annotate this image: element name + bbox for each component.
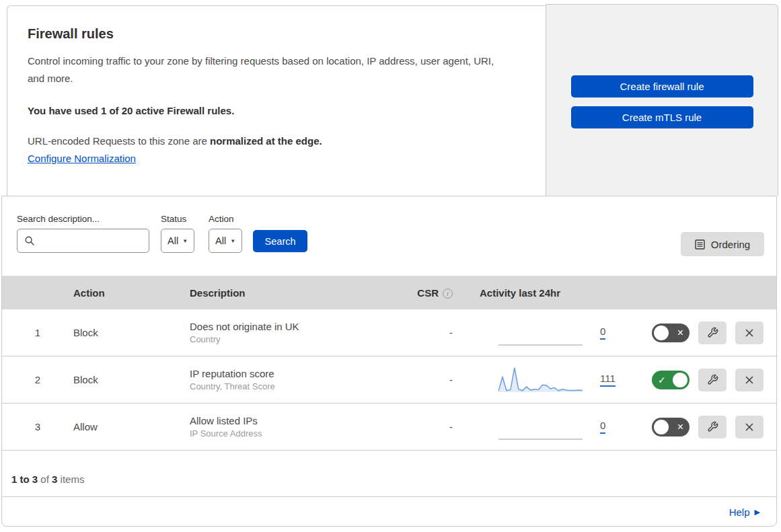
edit-rule-button[interactable] [698, 369, 727, 391]
usage-note: You have used 1 of 20 active Firewall ru… [28, 105, 525, 116]
rule-description: Does not originate in UK [190, 321, 378, 332]
help-label: Help [729, 506, 750, 518]
rule-enabled-toggle[interactable]: ✓ [652, 371, 690, 389]
table-row: 3 Allow Allow listed IPs IP Source Addre… [2, 404, 776, 451]
help-footer: Help▶ [2, 496, 776, 527]
table-header-row: Action Description CSRi Activity last 24… [2, 276, 776, 309]
toggle-state-icon: × [677, 328, 683, 338]
status-selected-value: All [168, 235, 178, 246]
normalization-note: URL-encoded Requests to this zone are no… [28, 135, 525, 147]
rule-csr-value: - [378, 421, 480, 432]
edit-rule-button[interactable] [698, 321, 727, 344]
toggle-knob [654, 326, 669, 340]
info-icon[interactable]: i [443, 289, 453, 299]
delete-rule-button[interactable] [735, 321, 764, 344]
arrow-right-icon: ▶ [755, 508, 760, 517]
action-column-header: Action [73, 287, 190, 299]
table-row: 1 Block Does not originate in UK Country… [2, 309, 776, 356]
rule-csr-value: - [378, 327, 480, 338]
normalization-bold-text: normalized at the edge. [210, 135, 322, 147]
wrench-icon [707, 327, 718, 338]
search-box [17, 229, 149, 253]
action-selected-value: All [215, 235, 226, 246]
search-icon [24, 235, 35, 246]
edit-rule-button[interactable] [698, 416, 727, 439]
wrench-icon [707, 374, 718, 385]
csr-header-label: CSR [417, 287, 439, 299]
rule-csr-value: - [378, 374, 480, 385]
items-text: items [57, 473, 84, 485]
activity-sparkline [498, 318, 583, 348]
rule-expression-fields: Country [190, 334, 378, 344]
status-dropdown[interactable]: All ▼ [161, 229, 194, 253]
rule-action: Block [73, 374, 190, 385]
activity-sparkline [498, 412, 583, 442]
filter-bar: Search description... Status All ▼ [2, 196, 776, 276]
ordering-button[interactable]: Ordering [681, 232, 764, 256]
action-dropdown[interactable]: All ▼ [209, 229, 242, 253]
normalization-text: URL-encoded Requests to this zone are [28, 135, 210, 147]
items-of-text: of [38, 473, 52, 485]
status-label: Status [161, 214, 194, 224]
items-range: 1 to 3 [11, 473, 38, 485]
close-icon [743, 374, 755, 386]
rules-list-card: Search description... Status All ▼ [1, 196, 777, 527]
toggle-state-icon: ✓ [658, 375, 666, 385]
activity-count-link[interactable]: 111 [600, 373, 616, 387]
page-description: Control incoming traffic to your zone by… [28, 52, 505, 87]
actions-panel: Create firewall rule Create mTLS rule [546, 4, 778, 196]
rule-priority: 2 [2, 374, 73, 385]
pagination-summary: 1 to 3 of 3 items [2, 451, 776, 496]
rule-action: Block [73, 327, 190, 338]
create-mtls-rule-button[interactable]: Create mTLS rule [571, 106, 753, 128]
rule-description: Allow listed IPs [190, 415, 378, 426]
action-filter-label: Action [209, 214, 242, 224]
csr-column-header: CSRi [378, 287, 480, 299]
search-button[interactable]: Search [253, 230, 307, 252]
list-icon [695, 239, 705, 250]
table-row: 2 Block IP reputation score Country, Thr… [2, 356, 776, 404]
rule-expression-fields: IP Source Address [190, 428, 378, 439]
rule-expression-fields: Country, Threat Score [190, 381, 378, 391]
help-link[interactable]: Help▶ [729, 506, 760, 518]
chevron-down-icon: ▼ [230, 238, 235, 244]
delete-rule-button[interactable] [735, 416, 764, 439]
firewall-rules-page: Firewall rules Control incoming traffic … [0, 0, 781, 532]
rule-enabled-toggle[interactable]: × [652, 324, 690, 342]
activity-column-header: Activity last 24hr [480, 287, 641, 299]
page-title: Firewall rules [28, 26, 525, 42]
activity-sparkline [498, 365, 583, 395]
toggle-knob [654, 420, 669, 434]
chevron-down-icon: ▼ [182, 238, 188, 244]
search-label: Search description... [17, 214, 149, 224]
rule-description: IP reputation score [190, 368, 378, 379]
ordering-button-label: Ordering [711, 239, 750, 250]
rule-priority: 3 [2, 421, 73, 432]
rule-priority: 1 [2, 327, 73, 338]
toggle-knob [673, 373, 687, 387]
intro-card: Firewall rules Control incoming traffic … [7, 5, 546, 196]
rule-enabled-toggle[interactable]: × [652, 418, 690, 436]
rule-action: Allow [73, 421, 190, 432]
search-input[interactable] [35, 235, 149, 246]
close-icon [743, 327, 755, 339]
activity-count-link[interactable]: 0 [600, 326, 605, 340]
configure-normalization-link[interactable]: Configure Normalization [28, 153, 136, 164]
toggle-state-icon: × [677, 422, 683, 432]
delete-rule-button[interactable] [735, 369, 764, 391]
description-column-header: Description [190, 287, 378, 299]
wrench-icon [707, 421, 718, 432]
activity-count-link[interactable]: 0 [600, 420, 605, 434]
create-firewall-rule-button[interactable]: Create firewall rule [571, 75, 753, 98]
close-icon [743, 421, 755, 433]
